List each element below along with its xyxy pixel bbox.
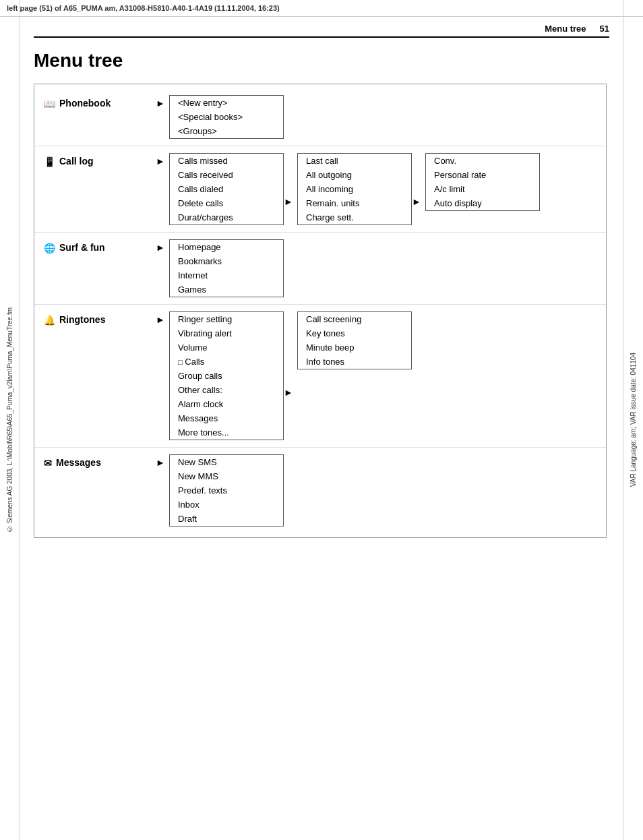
section-title: Menu tree (34, 50, 609, 71)
messages-sub-5: Draft (170, 512, 283, 526)
divider-4 (34, 447, 606, 448)
ringtones-level2-submenu: Call screening Key tones Minute beep Inf… (297, 311, 412, 369)
calllog-level3-arrow: ► (412, 153, 425, 207)
right-sidebar: VAR Language: am; VAR issue date: 041104 (623, 0, 643, 840)
ringtones-sub-8: Messages (170, 411, 283, 425)
calllog-l2-sub-5: Charge sett. (298, 210, 411, 224)
ringtones-sub-4: □ Calls (170, 355, 283, 369)
phonebook-label: Phonebook (59, 98, 111, 109)
menu-row-ringtones: 🔔 Ringtones ► Ringer setting Vibrating a… (34, 307, 606, 444)
calllog-l3-sub-3: A/c limit (426, 182, 539, 196)
surffun-sub-3: Internet (170, 268, 283, 282)
phonebook-item: 📖 Phonebook (34, 95, 156, 112)
page-header: Menu tree 51 (34, 24, 609, 38)
phonebook-icon: 📖 (44, 98, 55, 109)
messages-item: ✉ Messages (34, 454, 156, 471)
calllog-icon: 📱 (44, 156, 55, 167)
messages-label: Messages (56, 457, 101, 468)
surffun-sub-2: Bookmarks (170, 254, 283, 268)
calllog-sub-container: Calls missed Calls received Calls dialed… (169, 153, 540, 225)
ringtones-sub-2: Vibrating alert (170, 326, 283, 340)
left-sidebar-text: © Siemens AG 2003, L:\Mobil\R65\A65_Puma… (6, 307, 13, 533)
messages-sub-1: New SMS (170, 455, 283, 469)
calllog-l3-sub-2: Personal rate (426, 168, 539, 182)
menu-row-messages: ✉ Messages ► New SMS New MMS Predef. tex… (34, 450, 606, 531)
ringtones-sub-7: Alarm clock (170, 397, 283, 411)
phonebook-arrow: ► (156, 95, 169, 109)
messages-sub-3: Predef. texts (170, 483, 283, 498)
calllog-level2-submenu: Last call All outgoing All incoming Rema… (297, 153, 412, 225)
calllog-level2-arrow: ► (284, 153, 297, 207)
calllog-l3-sub-1: Conv. (426, 154, 539, 168)
phonebook-submenu: <New entry> <Special books> <Groups> (169, 95, 284, 139)
page-number: 51 (600, 24, 609, 34)
calllog-l2-sub-3: All incoming (298, 182, 411, 196)
top-header: left page (51) of A65_PUMA am, A31008-H5… (0, 0, 643, 17)
ringtones-l2-sub-2: Key tones (298, 326, 411, 340)
ringtones-l2-sub-4: Info tones (298, 355, 411, 369)
ringtones-sub-container: Ringer setting Vibrating alert Volume □ … (169, 311, 412, 440)
menu-row-calllog: 📱 Call log ► Calls missed Calls received… (34, 149, 606, 229)
main-content: Menu tree 51 Menu tree 📖 Phonebook ► <Ne… (20, 17, 623, 545)
calllog-label: Call log (59, 156, 94, 167)
left-sidebar: © Siemens AG 2003, L:\Mobil\R65\A65_Puma… (0, 0, 20, 840)
ringtones-l2-sub-1: Call screening (298, 312, 411, 326)
surffun-item: 🌐 Surf & fun (34, 239, 156, 256)
divider-2 (34, 232, 606, 233)
ringtones-sub-1: Ringer setting (170, 312, 283, 326)
menu-tree: 📖 Phonebook ► <New entry> <Special books… (34, 84, 607, 538)
calllog-sub-5: Durat/charges (170, 210, 283, 224)
calllog-submenu: Calls missed Calls received Calls dialed… (169, 153, 284, 225)
surffun-submenu: Homepage Bookmarks Internet Games (169, 239, 284, 297)
calllog-l3-sub-4: Auto display (426, 196, 539, 210)
calllog-sub-1: Calls missed (170, 154, 283, 168)
calllog-level3-submenu: Conv. Personal rate A/c limit Auto displ… (425, 153, 540, 211)
phonebook-sub-3: <Groups> (170, 124, 283, 138)
calllog-item: 📱 Call log (34, 153, 156, 170)
ringtones-icon: 🔔 (44, 315, 55, 326)
ringtones-sub-3: Volume (170, 340, 283, 355)
ringtones-item: 🔔 Ringtones (34, 311, 156, 328)
page-header-title: Menu tree (545, 24, 586, 34)
messages-sub-2: New MMS (170, 469, 283, 483)
phonebook-sub-1: <New entry> (170, 96, 283, 110)
header-text: left page (51) of A65_PUMA am, A31008-H5… (7, 4, 280, 12)
calllog-sub-2: Calls received (170, 168, 283, 182)
right-sidebar-text: VAR Language: am; VAR issue date: 041104 (630, 353, 637, 487)
calllog-l2-sub-1: Last call (298, 154, 411, 168)
ringtones-level2-arrow: ► (284, 311, 297, 398)
ringtones-label: Ringtones (59, 314, 105, 325)
ringtones-sub-6: Other calls: (170, 383, 283, 397)
menu-row-surffun: 🌐 Surf & fun ► Homepage Bookmarks Intern… (34, 235, 606, 301)
messages-icon: ✉ (44, 458, 52, 469)
calllog-l2-sub-4: Remain. units (298, 196, 411, 210)
surffun-sub-4: Games (170, 282, 283, 297)
calllog-l2-sub-2: All outgoing (298, 168, 411, 182)
messages-submenu: New SMS New MMS Predef. texts Inbox Draf… (169, 454, 284, 527)
messages-arrow: ► (156, 454, 169, 468)
ringtones-l2-sub-3: Minute beep (298, 340, 411, 355)
ringtones-arrow: ► (156, 311, 169, 325)
surffun-label: Surf & fun (59, 242, 105, 253)
messages-sub-4: Inbox (170, 498, 283, 512)
calllog-sub-4: Delete calls (170, 196, 283, 210)
ringtones-sub-5: Group calls (170, 369, 283, 383)
surffun-arrow: ► (156, 239, 169, 253)
divider-3 (34, 304, 606, 305)
menu-row-phonebook: 📖 Phonebook ► <New entry> <Special books… (34, 91, 606, 143)
surffun-sub-1: Homepage (170, 240, 283, 254)
divider-1 (34, 146, 606, 146)
ringtones-sub-9: More tones... (170, 425, 283, 440)
calllog-arrow: ► (156, 153, 169, 167)
ringtones-submenu: Ringer setting Vibrating alert Volume □ … (169, 311, 284, 440)
calllog-sub-3: Calls dialed (170, 182, 283, 196)
surffun-icon: 🌐 (44, 243, 55, 253)
phonebook-sub-2: <Special books> (170, 110, 283, 124)
